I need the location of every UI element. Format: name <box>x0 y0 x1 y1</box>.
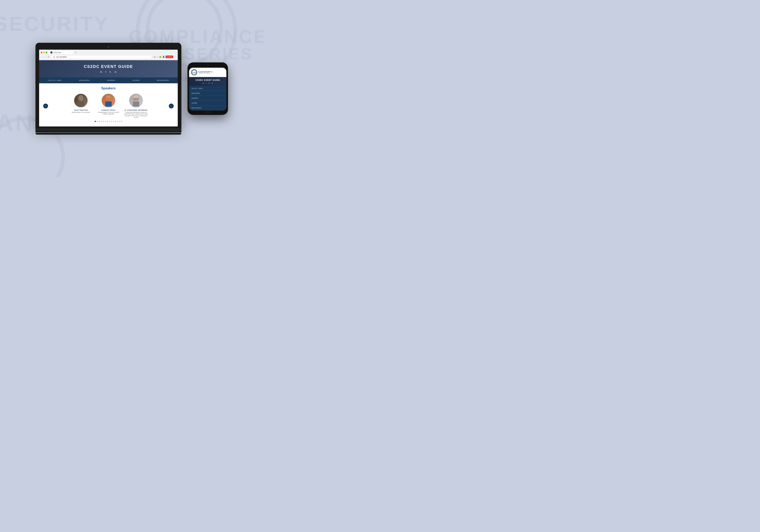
phone-brand-name: CLOUD SECURITY & <box>198 71 213 73</box>
browser-address-bar: ← → ↻ 🔒 cs2.cloud/live 🔍 ☆ 🧩 👤 Upda <box>41 55 176 59</box>
phone-home-indicator[interactable] <box>204 112 212 113</box>
extension-icon[interactable]: 🧩 <box>159 56 162 58</box>
carousel-dot-5[interactable] <box>103 121 104 122</box>
phone-nav-agenda[interactable]: AGENDA <box>189 96 226 101</box>
facebook-icon[interactable]: f <box>105 71 106 73</box>
speaker-avatar-candice-image <box>103 94 114 107</box>
speaker-avatar-candice <box>101 93 116 108</box>
nav-item-resources[interactable]: RESOURCES <box>155 77 171 83</box>
search-icon[interactable]: 🔍 <box>153 56 156 58</box>
browser-top-bar: CS CS2 Live × + <box>41 51 176 54</box>
speaker-card-stephanie: B. STEPHANIE SIEGMANN LITIGATION PARTNER… <box>124 93 148 119</box>
svg-rect-5 <box>133 101 139 107</box>
speaker-name-alex: ALEX TRAFTON <box>69 109 93 111</box>
browser-tab-title: CS2 Live <box>54 51 61 54</box>
site-nav: CS2 D.C. INFO SPEAKERS AGENDA SLIDES RES… <box>39 77 178 83</box>
carousel-dot-9[interactable] <box>111 121 112 122</box>
tab-favicon: CS <box>50 51 53 54</box>
carousel-dot-2[interactable] <box>97 121 98 122</box>
phone-nav: CS2 D.C. INFO SPEAKERS AGENDA SLIDES RES… <box>189 86 226 111</box>
carousel-dots <box>43 121 174 123</box>
carousel-dot-7[interactable] <box>107 121 108 122</box>
nav-item-slides[interactable]: SLIDES <box>130 77 142 83</box>
phone-screen: CS2 CLOUD SECURITY & COMPLIANCE SERIES C… <box>189 68 226 111</box>
svg-point-0 <box>78 95 83 101</box>
browser-dot-maximize[interactable] <box>46 52 47 53</box>
instagram-icon[interactable]: ⊙ <box>115 71 117 73</box>
browser-back-btn[interactable]: ← <box>41 56 43 58</box>
speaker-avatar-alex-image <box>76 94 86 107</box>
phone-brand-sub: COMPLIANCE SERIES <box>198 73 213 74</box>
carousel-dot-3[interactable] <box>99 121 100 122</box>
browser-tab[interactable]: CS CS2 Live × <box>48 51 73 54</box>
address-bar[interactable]: 🔒 cs2.cloud/live <box>51 55 152 59</box>
main-content: CS CS2 Live × + ← → ↻ 🔒 cs2.cloud/live <box>35 43 228 135</box>
speakers-list: ALEX TRAFTON SENIOR DIRECTOR, ANKURA <box>50 93 167 119</box>
browser-dot-close[interactable] <box>41 52 42 53</box>
speaker-card-alex: ALEX TRAFTON SENIOR DIRECTOR, ANKURA <box>69 93 93 119</box>
nav-item-info[interactable]: CS2 D.C. INFO <box>45 77 64 83</box>
address-text: cs2.cloud/live <box>56 56 67 58</box>
phone-linkedin-icon[interactable]: in <box>203 82 204 84</box>
site-hero-content: CS2DC EVENT GUIDE in f 𝕏 ⊙ <box>43 64 174 73</box>
bookmark-icon[interactable]: ☆ <box>157 56 158 58</box>
phone-brand-info: CLOUD SECURITY & COMPLIANCE SERIES <box>198 71 213 74</box>
carousel-dot-14[interactable] <box>121 121 122 122</box>
browser-forward-btn[interactable]: → <box>44 56 46 58</box>
linkedin-icon[interactable]: in <box>100 71 102 73</box>
laptop-base <box>35 128 181 132</box>
laptop-device: CS CS2 Live × + ← → ↻ 🔒 cs2.cloud/live <box>35 43 181 135</box>
site-hero-title: CS2DC EVENT GUIDE <box>43 64 174 69</box>
phone-hero: CS2DC EVENT GUIDE in f 𝕏 ⊙ <box>189 77 226 86</box>
carousel-dot-4[interactable] <box>101 121 102 122</box>
browser-dot-minimize[interactable] <box>43 52 45 53</box>
new-tab-btn[interactable]: + <box>74 51 78 54</box>
carousel-dot-13[interactable] <box>119 121 120 122</box>
phone-logo: CS2 <box>191 69 197 75</box>
browser-refresh-btn[interactable]: ↻ <box>48 56 49 58</box>
phone-camera <box>207 65 208 66</box>
speaker-name-stephanie: B. STEPHANIE SIEGMANN <box>124 109 148 111</box>
watermark-security: SECURITY <box>0 12 110 35</box>
speaker-avatar-stephanie <box>129 93 143 108</box>
hero-social-icons: in f 𝕏 ⊙ <box>43 71 174 73</box>
carousel-dot-12[interactable] <box>117 121 118 122</box>
tab-close-btn[interactable]: × <box>70 51 71 54</box>
phone-site-header: CS2 CLOUD SECURITY & COMPLIANCE SERIES <box>189 68 226 77</box>
phone-notch <box>202 65 214 67</box>
phone-social-icons: in f 𝕏 ⊙ <box>191 82 224 84</box>
twitter-icon[interactable]: 𝕏 <box>109 71 111 73</box>
phone-nav-slides[interactable]: SLIDES <box>189 101 226 106</box>
speakers-section-title: Speakers <box>43 86 174 90</box>
svg-text:CS2: CS2 <box>193 72 196 73</box>
browser-actions: 🔍 ☆ 🧩 👤 Update ⋮ <box>153 56 176 58</box>
speakers-carousel: ‹ ALEX TRAFTON <box>43 93 174 119</box>
phone-nav-resources[interactable]: RESOURCES <box>189 106 226 111</box>
speaker-title-alex: SENIOR DIRECTOR, ANKURA <box>69 112 93 113</box>
nav-item-speakers[interactable]: SPEAKERS <box>76 77 92 83</box>
carousel-dot-8[interactable] <box>109 121 110 122</box>
carousel-dot-1[interactable] <box>95 121 96 122</box>
profile-icon[interactable]: 👤 <box>162 56 165 58</box>
carousel-dot-10[interactable] <box>113 121 114 122</box>
menu-icon[interactable]: ⋮ <box>174 56 176 58</box>
carousel-dot-6[interactable] <box>105 121 106 122</box>
phone-logo-svg: CS2 <box>192 70 197 75</box>
phone-outer: CS2 CLOUD SECURITY & COMPLIANCE SERIES C… <box>187 63 228 115</box>
speaker-title-candice: COMMANDER AT UNITED STATES CYBER COMMAND <box>96 112 120 115</box>
phone-device: CS2 CLOUD SECURITY & COMPLIANCE SERIES C… <box>187 63 228 115</box>
carousel-next-btn[interactable]: › <box>169 104 174 109</box>
carousel-dot-11[interactable] <box>115 121 116 122</box>
phone-twitter-icon[interactable]: 𝕏 <box>208 82 210 84</box>
phone-instagram-icon[interactable]: ⊙ <box>212 82 213 84</box>
speaker-title-stephanie: LITIGATION PARTNER & CHAIR OF INTERNATIO… <box>124 112 148 119</box>
browser-update-btn[interactable]: Update <box>166 56 173 58</box>
nav-item-agenda[interactable]: AGENDA <box>104 77 118 83</box>
browser-dots <box>41 52 47 53</box>
carousel-prev-btn[interactable]: ‹ <box>43 104 48 109</box>
laptop-outer: CS CS2 Live × + ← → ↻ 🔒 cs2.cloud/live <box>35 43 181 129</box>
phone-nav-info[interactable]: CS2 D.C. INFO <box>189 86 226 91</box>
phone-facebook-icon[interactable]: f <box>206 82 206 84</box>
phone-nav-speakers[interactable]: SPEAKERS <box>189 91 226 96</box>
site-hero: CS2DC EVENT GUIDE in f 𝕏 ⊙ <box>39 60 178 77</box>
